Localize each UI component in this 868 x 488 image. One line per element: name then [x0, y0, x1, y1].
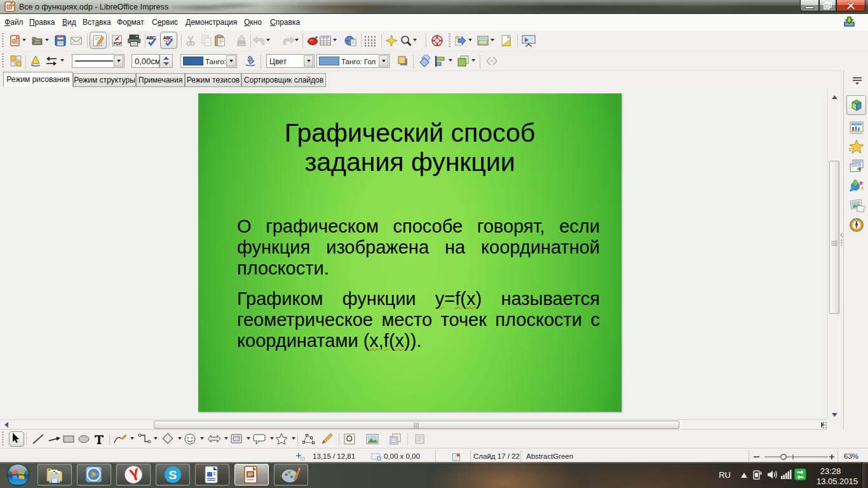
svg-text:PDF: PDF [114, 41, 122, 46]
svg-text:N: N [855, 218, 858, 222]
svg-text:S: S [169, 468, 177, 482]
